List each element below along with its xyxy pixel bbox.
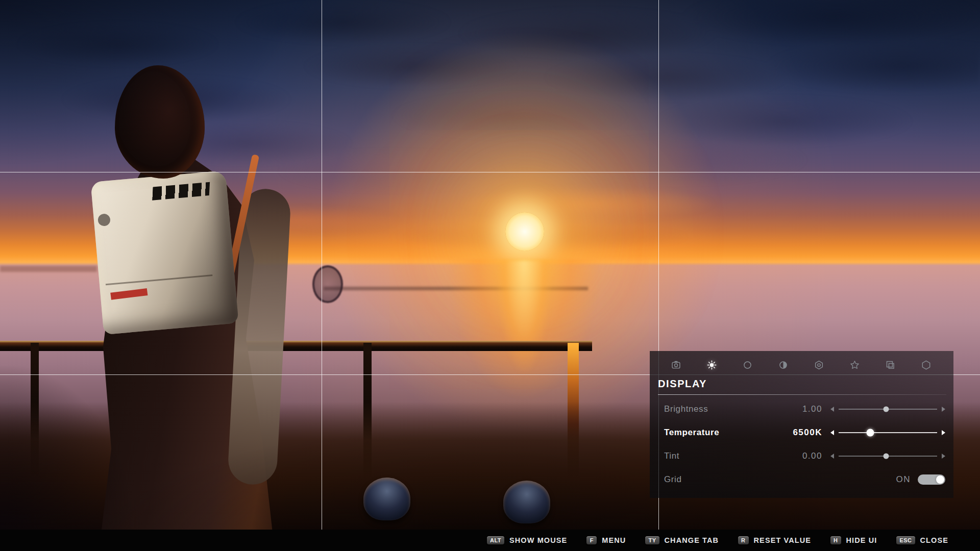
tab-effects-icon[interactable]	[848, 358, 861, 371]
alt-key-badge: ALT	[487, 536, 504, 544]
panel-tab-bar	[650, 351, 953, 371]
panel-divider	[658, 394, 946, 395]
tab-exposure-icon[interactable]	[741, 358, 754, 371]
r-key-badge: R	[738, 536, 748, 544]
hotkey-reset-value[interactable]: R RESET VALUE	[738, 536, 811, 544]
decrease-arrow-icon[interactable]	[830, 407, 834, 412]
setting-label: Grid	[664, 474, 777, 485]
ty-key-badge: TY	[645, 536, 659, 544]
increase-arrow-icon[interactable]	[942, 407, 945, 412]
setting-value: 1.00	[777, 404, 822, 414]
setting-label: Temperature	[664, 428, 777, 438]
decrease-arrow-icon[interactable]	[830, 454, 834, 459]
f-key-badge: F	[586, 536, 597, 544]
setting-row-temperature[interactable]: Temperature 6500K	[650, 421, 953, 444]
photo-mode-screen: DISPLAY Brightness 1.00 Temperature 6500…	[0, 0, 980, 551]
hotkey-change-tab[interactable]: TY CHANGE TAB	[645, 536, 719, 544]
slider-handle[interactable]	[883, 407, 889, 412]
toggle-state-label: ON	[896, 474, 911, 485]
slider-handle[interactable]	[883, 454, 889, 459]
h-key-badge: H	[830, 536, 841, 544]
tint-slider[interactable]	[839, 452, 937, 460]
photo-mode-panel: DISPLAY Brightness 1.00 Temperature 6500…	[650, 351, 953, 498]
slider-handle[interactable]	[866, 429, 874, 437]
hotkey-show-mouse[interactable]: ALT SHOW MOUSE	[487, 536, 567, 544]
increase-arrow-icon[interactable]	[942, 454, 945, 459]
tab-aperture-icon[interactable]	[812, 358, 825, 371]
panel-title: DISPLAY	[650, 378, 953, 390]
toggle-knob[interactable]	[936, 475, 944, 484]
tab-preset-icon[interactable]	[919, 358, 933, 371]
setting-row-tint[interactable]: Tint 0.00	[650, 444, 953, 468]
setting-value: 0.00	[777, 451, 822, 461]
slider-track	[839, 432, 937, 433]
setting-row-brightness[interactable]: Brightness 1.00	[650, 397, 953, 421]
hotkey-bar: ALT SHOW MOUSE F MENU TY CHANGE TAB R RE…	[0, 530, 980, 551]
settings-list: Brightness 1.00 Temperature 6500K	[650, 397, 953, 491]
hotkey-close[interactable]: ESC CLOSE	[896, 536, 948, 544]
setting-label: Brightness	[664, 404, 777, 414]
setting-value: 6500K	[777, 428, 822, 438]
brightness-slider[interactable]	[839, 405, 937, 413]
tab-contrast-icon[interactable]	[776, 358, 790, 371]
tab-display-icon[interactable]	[705, 358, 718, 371]
grid-toggle[interactable]	[918, 474, 945, 485]
setting-row-grid[interactable]: Grid ON	[650, 468, 953, 491]
hotkey-menu[interactable]: F MENU	[586, 536, 626, 544]
decrease-arrow-icon[interactable]	[830, 430, 834, 435]
hotkey-hide-ui[interactable]: H HIDE UI	[830, 536, 877, 544]
tab-camera-icon[interactable]	[669, 358, 682, 371]
tab-frame-icon[interactable]	[884, 358, 897, 371]
esc-key-badge: ESC	[896, 536, 915, 544]
increase-arrow-icon[interactable]	[942, 430, 945, 435]
temperature-slider[interactable]	[839, 429, 937, 437]
setting-label: Tint	[664, 451, 777, 461]
